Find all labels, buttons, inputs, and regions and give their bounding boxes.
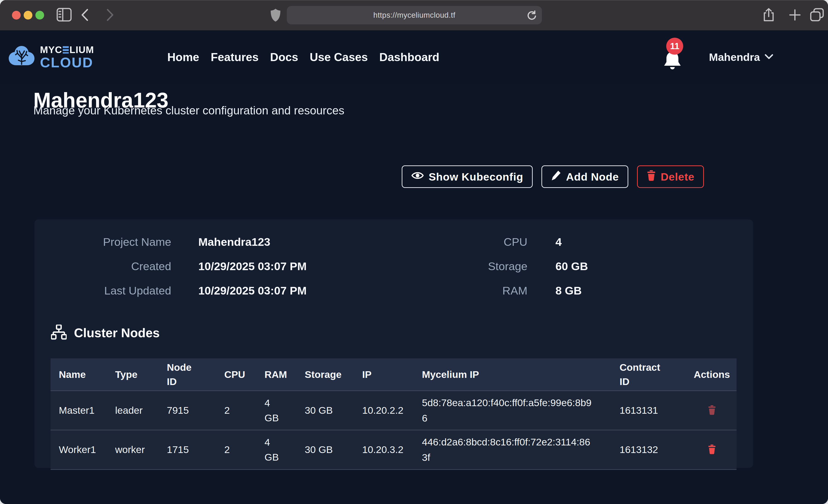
browser-chrome: https://myceliumcloud.tf — [0, 0, 828, 30]
cell-ip: 10.20.3.2 — [354, 440, 414, 459]
info-label: Project Name — [35, 236, 171, 248]
brand-wordmark: MYCLIUM CLOUD — [40, 45, 94, 70]
nav-link-docs[interactable]: Docs — [270, 50, 298, 64]
cluster-nodes-header: Cluster Nodes — [51, 325, 160, 341]
col-header-type: Type — [107, 365, 159, 384]
new-tab-icon[interactable] — [789, 9, 801, 21]
brand-line1: MYCLIUM — [40, 45, 94, 55]
info-row: CPU 4 — [402, 236, 588, 260]
notifications-button[interactable]: 11 — [663, 49, 688, 76]
info-label: RAM — [402, 284, 527, 297]
col-header-name: Name — [50, 365, 107, 384]
minimize-window-button[interactable] — [24, 11, 32, 19]
delete-node-button[interactable] — [708, 444, 716, 455]
info-label: CPU — [402, 236, 527, 248]
cell-actions — [687, 401, 737, 420]
col-header-ram: RAM — [256, 365, 296, 384]
cell-actions — [687, 440, 737, 459]
col-header-cpu: CPU — [216, 365, 256, 384]
cell-ram: 4 GB — [256, 391, 296, 429]
tab-overview-icon[interactable] — [810, 8, 824, 22]
trash-icon — [708, 405, 716, 415]
table-row-worker1: Worker1 worker 1715 2 4 GB 30 GB 10.20.3… — [50, 430, 737, 469]
col-header-actions: Actions — [687, 365, 737, 384]
cell-ram: 4 GB — [256, 431, 296, 469]
cell-mycelium-ip: 446:d2a6:8bcd:8c16:ff0f:72e2:3114:863f — [414, 430, 611, 469]
eye-icon — [411, 170, 424, 183]
notification-count-badge: 11 — [666, 38, 683, 55]
browser-window: https://myceliumcloud.tf — [0, 0, 828, 504]
back-icon[interactable] — [81, 9, 89, 21]
trash-icon — [647, 170, 656, 184]
col-header-node-id: Node ID — [159, 356, 216, 393]
nav-links: Home Features Docs Use Cases Dashboard — [167, 30, 440, 84]
table-row-master1: Master1 leader 7915 2 4 GB 30 GB 10.20.2… — [50, 390, 737, 430]
info-value: 10/29/2025 03:07 PM — [198, 260, 306, 273]
cell-name: Master1 — [50, 401, 107, 420]
col-header-ip: IP — [354, 365, 414, 384]
info-row: Storage 60 GB — [402, 260, 588, 284]
cell-node-id: 1715 — [159, 440, 216, 459]
info-row: Created 10/29/2025 03:07 PM — [35, 260, 306, 284]
share-icon[interactable] — [762, 8, 775, 22]
cluster-nodes-table: Name Type Node ID CPU RAM Storage IP Myc… — [50, 359, 737, 470]
user-menu[interactable]: Mahendra — [709, 30, 773, 84]
info-label: Created — [35, 260, 171, 273]
add-node-button[interactable]: Add Node — [541, 165, 628, 188]
project-info-right: CPU 4 Storage 60 GB RAM 8 GB — [402, 236, 588, 308]
nav-link-home[interactable]: Home — [167, 50, 199, 64]
zoom-window-button[interactable] — [35, 11, 44, 19]
cell-cpu: 2 — [216, 440, 256, 459]
cluster-network-icon — [51, 325, 67, 341]
table-header-row: Name Type Node ID CPU RAM Storage IP Myc… — [50, 359, 737, 390]
info-row: Last Updated 10/29/2025 03:07 PM — [35, 284, 306, 308]
stylized-e-glyph — [63, 46, 69, 53]
address-bar[interactable]: https://myceliumcloud.tf — [287, 6, 542, 24]
bell-icon — [663, 68, 682, 72]
page-title: Mahendra123 — [33, 90, 168, 111]
user-name: Mahendra — [709, 51, 760, 64]
info-row: RAM 8 GB — [402, 284, 588, 308]
cell-type: leader — [107, 401, 159, 420]
trash-icon — [708, 444, 716, 455]
info-value: 8 GB — [555, 284, 582, 297]
cell-cpu: 2 — [216, 401, 256, 420]
pencil-icon — [551, 170, 562, 184]
nav-link-dashboard[interactable]: Dashboard — [379, 50, 440, 64]
brand-line2: CLOUD — [40, 55, 94, 70]
info-label: Last Updated — [35, 284, 171, 297]
cell-name: Worker1 — [50, 440, 107, 459]
nav-link-features[interactable]: Features — [211, 50, 258, 64]
cell-storage: 30 GB — [296, 440, 354, 459]
close-window-button[interactable] — [12, 11, 21, 19]
project-info-left: Project Name Mahendra123 Created 10/29/2… — [35, 236, 306, 308]
cell-type: worker — [107, 440, 159, 459]
nav-link-use-cases[interactable]: Use Cases — [310, 50, 368, 64]
cell-ip: 10.20.2.2 — [354, 401, 414, 420]
url-text: https://myceliumcloud.tf — [373, 11, 455, 19]
cluster-nodes-title: Cluster Nodes — [74, 326, 160, 340]
forward-icon[interactable] — [106, 9, 114, 21]
cell-mycelium-ip: 5d8:78ea:a120:f40c:ff0f:a5fe:99e6:8b96 — [414, 391, 611, 430]
cluster-actions: Show Kubeconfig Add Node — [402, 165, 704, 188]
mycelium-cloud-logo-icon — [8, 44, 35, 70]
page-body: Mahendra123 Manage your Kubernetes clust… — [0, 30, 828, 504]
info-row: Project Name Mahendra123 — [35, 236, 306, 260]
chevron-down-icon — [764, 54, 773, 60]
show-kubeconfig-button[interactable]: Show Kubeconfig — [402, 165, 533, 188]
delete-node-button[interactable] — [708, 405, 716, 416]
project-details-card: Project Name Mahendra123 Created 10/29/2… — [35, 219, 753, 468]
sidebar-toggle-icon[interactable] — [56, 8, 72, 22]
brand-logo[interactable]: MYCLIUM CLOUD — [8, 44, 94, 70]
col-header-storage: Storage — [296, 365, 354, 384]
info-value: 60 GB — [555, 260, 588, 273]
info-value: 4 — [555, 236, 562, 248]
reload-icon[interactable] — [527, 10, 537, 21]
delete-cluster-button[interactable]: Delete — [637, 165, 704, 188]
cell-storage: 30 GB — [296, 401, 354, 420]
info-label: Storage — [402, 260, 527, 273]
col-header-mycelium-ip: Mycelium IP — [414, 365, 611, 384]
cell-node-id: 7915 — [159, 401, 216, 420]
shield-icon[interactable] — [270, 8, 281, 22]
info-value: Mahendra123 — [198, 236, 270, 248]
